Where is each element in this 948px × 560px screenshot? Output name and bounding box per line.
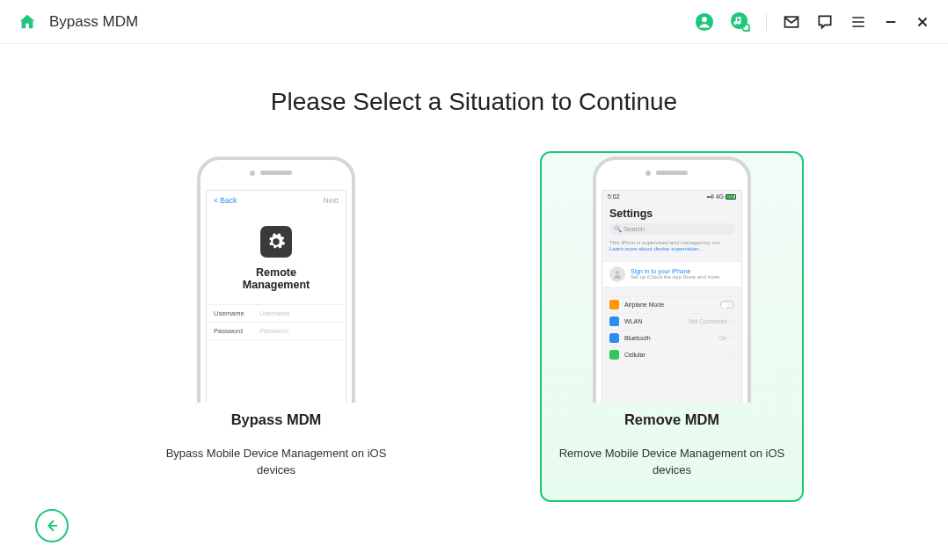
phone-illustration: < Back Next Remote Management Username U… [188,156,364,403]
mail-icon[interactable] [783,13,800,31]
heading: Please Select a Situation to Continue [0,88,948,116]
back-button[interactable] [35,509,69,542]
phone-row: Username Username [207,304,346,322]
arrow-left-icon [44,518,60,534]
phone-screen-title: Settings [609,207,734,220]
phone-time: 5:02 [608,193,620,200]
phone-settings-item: Bluetooth On › [602,331,741,347]
options-row: < Back Next Remote Management Username U… [0,151,948,502]
gear-icon [260,226,292,258]
home-icon[interactable] [18,12,37,32]
phone-back-label: < Back [214,196,237,205]
minimize-icon[interactable] [883,14,899,30]
svg-point-6 [616,271,619,274]
svg-point-2 [731,12,747,29]
main-content: Please Select a Situation to Continue < … [0,44,948,502]
separator [766,13,767,31]
menu-icon[interactable] [850,13,867,31]
phone-settings-item: Airplane Mode [602,297,741,314]
phone-signin-row: Sign in to your iPhone Set up iCloud the… [602,261,741,287]
phone-screen-title: Remote Management [207,266,346,292]
option-title: Remove MDM [551,411,793,428]
account-icon[interactable] [695,12,714,32]
phone-row: Password Password [207,322,346,340]
option-title: Bypass MDM [155,411,397,428]
option-desc: Bypass Mobile Device Management on iOS d… [155,446,397,479]
avatar-icon [609,266,625,282]
svg-line-4 [748,30,750,32]
option-card-remove[interactable]: 5:02 ••ll 4G Settings 🔍 Search This iPho… [540,151,804,502]
title-bar: Bypass MDM [0,0,948,44]
phone-signal: ••ll 4G [707,193,736,200]
page-title: Bypass MDM [49,13,138,31]
phone-next-label: Next [324,196,339,205]
phone-illustration: 5:02 ••ll 4G Settings 🔍 Search This iPho… [584,156,760,403]
phone-settings-item: Cellular › [602,347,741,364]
option-desc: Remove Mobile Device Management on iOS d… [551,446,793,479]
music-transfer-icon[interactable] [730,11,750,32]
option-card-bypass[interactable]: < Back Next Remote Management Username U… [144,151,408,502]
phone-search: 🔍 Search [609,223,734,235]
toggle-icon [720,301,734,309]
feedback-icon[interactable] [816,13,834,31]
phone-settings-item: WLAN Not Connected › [602,314,741,331]
close-icon[interactable] [915,14,930,30]
svg-point-1 [702,17,707,22]
supervision-note: This iPhon is supervised and managed by … [609,239,734,252]
